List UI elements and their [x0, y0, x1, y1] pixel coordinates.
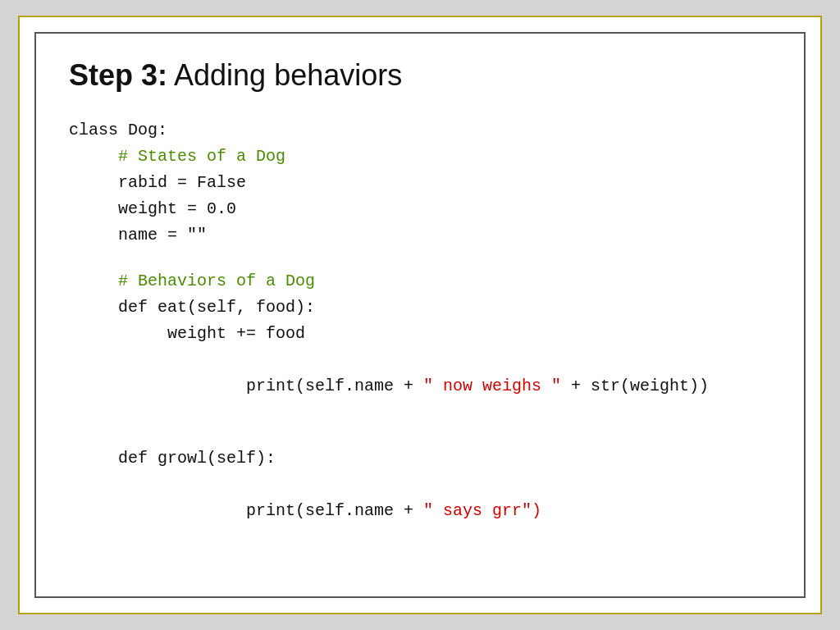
def-growl-line: def growl(self): — [69, 445, 771, 472]
code-block: class Dog: # States of a Dog rabid = Fal… — [69, 117, 771, 550]
step-label: Step 3: — [69, 58, 167, 92]
outer-border: Step 3: Adding behaviors class Dog: # St… — [18, 16, 822, 614]
rabid-line: rabid = False — [69, 170, 771, 196]
weight-plus-line: weight += food — [69, 321, 771, 347]
def-eat-line: def eat(self, food): — [69, 294, 771, 321]
class-def-line: class Dog: — [69, 117, 771, 144]
spacer-2 — [69, 426, 771, 445]
inner-border: Step 3: Adding behaviors class Dog: # St… — [34, 32, 806, 598]
print-eat-after: + str(weight)) — [561, 377, 709, 395]
print-growl-string: " says grr") — [423, 501, 541, 520]
weight-line: weight = 0.0 — [69, 196, 771, 222]
print-eat-line: print(self.name + " now weighs " + str(w… — [69, 347, 771, 426]
name-line: name = "" — [69, 222, 771, 249]
comment-states-line: # States of a Dog — [69, 144, 771, 170]
print-eat-string: " now weighs " — [423, 377, 561, 395]
comment-behaviors-line: # Behaviors of a Dog — [69, 268, 771, 294]
slide-title: Step 3: Adding behaviors — [69, 58, 771, 93]
print-growl-before: print(self.name + — [246, 501, 423, 520]
print-eat-before: print(self.name + — [246, 377, 423, 395]
spacer-1 — [69, 249, 771, 268]
print-growl-line: print(self.name + " says grr") — [69, 472, 771, 550]
title-text: Adding behaviors — [167, 58, 402, 92]
